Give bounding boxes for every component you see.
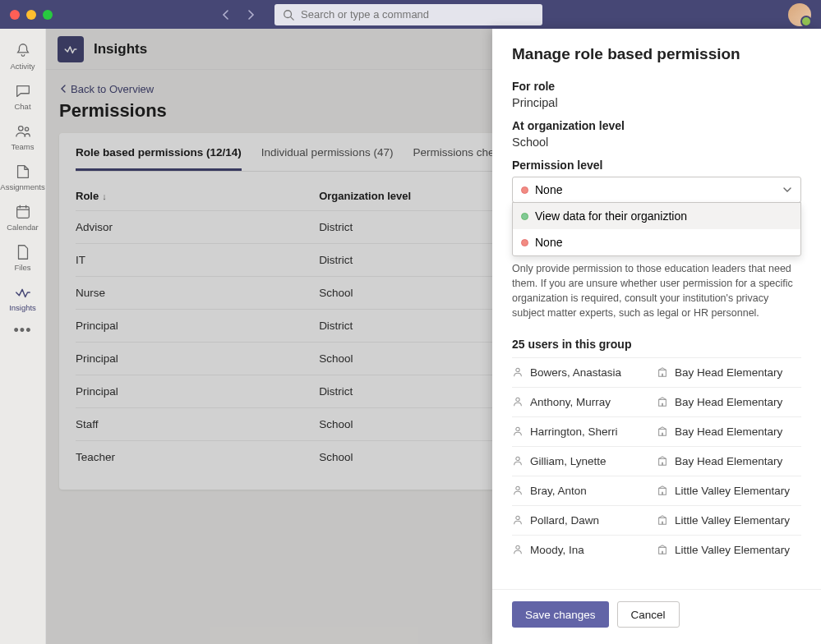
permission-dropdown: View data for their organiztionNone: [512, 202, 801, 256]
for-role-value: Principal: [512, 96, 801, 109]
dropdown-option[interactable]: View data for their organiztion: [513, 203, 800, 229]
svg-point-23: [516, 516, 519, 519]
person-icon: [512, 514, 524, 526]
user-row: Gilliam, LynetteBay Head Elementary: [512, 446, 801, 476]
user-school: Bay Head Elementary: [657, 455, 801, 467]
svg-point-20: [516, 486, 519, 490]
building-icon: [657, 455, 668, 467]
person-icon: [512, 455, 524, 467]
nav-more[interactable]: •••: [14, 322, 32, 339]
svg-rect-16: [662, 433, 663, 436]
user-school: Little Valley Elementary: [657, 514, 801, 527]
user-name: Bray, Anton: [512, 485, 657, 497]
svg-rect-4: [16, 207, 29, 218]
svg-rect-19: [662, 462, 663, 466]
nav-label: Teams: [12, 142, 35, 151]
user-avatar[interactable]: [788, 3, 811, 26]
user-school: Bay Head Elementary: [657, 426, 801, 438]
svg-point-11: [516, 398, 519, 401]
building-icon: [657, 426, 668, 437]
person-icon: [512, 485, 524, 496]
chat-icon: [14, 82, 32, 100]
user-school: Bay Head Elementary: [657, 396, 801, 408]
nav-label: Files: [14, 263, 30, 272]
nav-calendar[interactable]: Calendar: [0, 198, 46, 238]
svg-rect-22: [662, 492, 663, 495]
panel-footer: Save changes Cancel: [492, 589, 821, 644]
insights-icon: [14, 283, 32, 301]
user-row: Bray, AntonLittle Valley Elementary: [512, 476, 801, 505]
at-level-label: At organization level: [512, 119, 801, 132]
nav-assignments[interactable]: Assignments: [0, 158, 46, 198]
svg-point-2: [18, 126, 23, 131]
user-name: Harrington, Sherri: [512, 426, 657, 438]
calendar-icon: [14, 203, 32, 221]
nav-label: Chat: [14, 102, 30, 111]
user-school: Little Valley Elementary: [657, 485, 801, 497]
building-icon: [657, 544, 668, 555]
dropdown-option[interactable]: None: [513, 229, 800, 255]
search-input[interactable]: [301, 8, 534, 21]
nav-label: Activity: [10, 62, 35, 71]
nav-files[interactable]: Files: [0, 238, 46, 278]
svg-rect-28: [662, 551, 663, 554]
search-bar[interactable]: [274, 4, 542, 25]
user-school: Little Valley Elementary: [657, 544, 801, 556]
nav-activity[interactable]: Activity: [0, 37, 46, 77]
user-name: Bowers, Anastasia: [512, 366, 657, 379]
titlebar: [0, 0, 821, 29]
svg-point-17: [516, 457, 519, 460]
users-group-title: 25 users in this group: [512, 338, 801, 351]
permission-level-label: Permission level: [512, 159, 801, 172]
status-dot-icon: [521, 239, 528, 246]
minimize-window[interactable]: [26, 10, 36, 20]
user-name: Pollard, Dawn: [512, 514, 657, 527]
cancel-button[interactable]: Cancel: [617, 601, 680, 628]
for-role-label: For role: [512, 80, 801, 93]
assignments-icon: [14, 163, 32, 181]
person-icon: [512, 396, 524, 407]
person-icon: [512, 366, 524, 378]
person-icon: [512, 544, 524, 555]
svg-point-3: [25, 127, 28, 131]
panel-title: Manage role based permission: [512, 45, 801, 63]
bell-icon: [14, 42, 32, 60]
building-icon: [657, 396, 668, 407]
nav-label: Calendar: [7, 223, 39, 232]
permission-help-text: Only provide permission to those educati…: [512, 261, 801, 321]
back-button[interactable]: [215, 4, 237, 25]
search-icon: [283, 9, 294, 21]
person-icon: [512, 426, 524, 437]
app-rail: Activity Chat Teams Assignments Calendar…: [0, 29, 46, 644]
svg-rect-13: [662, 403, 663, 407]
building-icon: [657, 485, 668, 496]
svg-rect-10: [662, 374, 663, 377]
nav-insights[interactable]: Insights: [0, 278, 46, 319]
history-nav: [215, 4, 261, 25]
nav-label: Assignments: [0, 182, 44, 191]
svg-point-26: [516, 545, 519, 549]
forward-button[interactable]: [240, 4, 261, 25]
close-window[interactable]: [10, 10, 20, 20]
user-row: Harrington, SherriBay Head Elementary: [512, 416, 801, 446]
user-name: Anthony, Murray: [512, 396, 657, 408]
user-school: Bay Head Elementary: [657, 366, 801, 379]
selected-option: None: [535, 183, 562, 196]
status-dot-icon: [521, 186, 528, 194]
user-row: Moody, InaLittle Valley Elementary: [512, 535, 801, 564]
permission-level-select[interactable]: None: [512, 177, 801, 203]
window-controls: [10, 10, 53, 20]
user-row: Bowers, AnastasiaBay Head Elementary: [512, 357, 801, 387]
svg-line-1: [291, 16, 294, 20]
user-name: Moody, Ina: [512, 544, 657, 556]
svg-rect-25: [662, 522, 663, 525]
maximize-window[interactable]: [43, 10, 53, 20]
nav-teams[interactable]: Teams: [0, 117, 46, 158]
save-button[interactable]: Save changes: [512, 601, 609, 628]
building-icon: [657, 366, 668, 378]
building-icon: [657, 514, 668, 526]
nav-chat[interactable]: Chat: [0, 77, 46, 117]
svg-point-14: [516, 427, 519, 430]
side-panel: Manage role based permission For role Pr…: [492, 29, 821, 644]
user-name: Gilliam, Lynette: [512, 455, 657, 467]
